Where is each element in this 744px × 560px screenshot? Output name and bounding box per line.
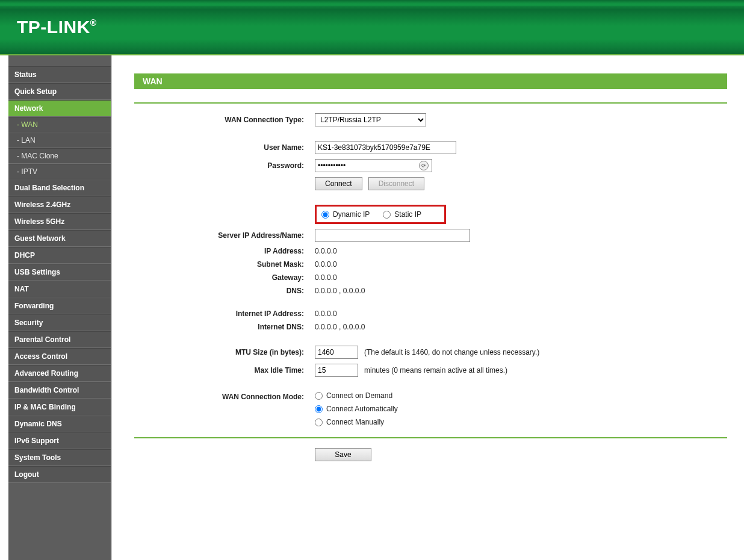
sidebar-item[interactable]: Parental Control <box>8 331 111 348</box>
reveal-password-icon[interactable]: ⟳ <box>419 161 429 170</box>
dns-value: 0.0.0.0 , 0.0.0.0 <box>315 287 365 295</box>
sidebar-item[interactable]: Wireless 5GHz <box>8 213 111 230</box>
content-area: WAN WAN Connection Type: L2TP/Russia L2T… <box>117 55 744 560</box>
sidebar-item[interactable]: Dual Band Selection <box>8 179 111 196</box>
static-ip-label: Static IP <box>394 210 421 219</box>
sidebar-subitem[interactable]: - MAC Clone <box>8 148 111 164</box>
sidebar-item[interactable]: DHCP <box>8 247 111 264</box>
sidebar-subitem[interactable]: - IPTV <box>8 164 111 179</box>
mode-auto-radio[interactable] <box>315 405 323 413</box>
mode-manual-radio[interactable] <box>315 418 323 426</box>
sidebar-item[interactable]: USB Settings <box>8 264 111 281</box>
mtu-note: (The default is 1460, do not change unle… <box>364 348 539 356</box>
label-server: Server IP Address/Name: <box>134 231 315 240</box>
page-title: WAN <box>134 73 727 89</box>
label-inet-ip: Internet IP Address: <box>134 310 315 318</box>
gateway-value: 0.0.0.0 <box>315 273 337 282</box>
divider <box>134 102 727 104</box>
sidebar-item[interactable]: Network <box>8 100 111 117</box>
label-idle: Max Idle Time: <box>134 366 315 375</box>
sidebar-item[interactable]: IPv6 Support <box>8 432 111 449</box>
brand-logo: TP-LINK® <box>17 17 97 37</box>
sidebar-item[interactable]: Bandwidth Control <box>8 382 111 399</box>
sidebar-item[interactable]: Quick Setup <box>8 83 111 100</box>
sidebar-item[interactable]: System Tools <box>8 449 111 466</box>
mask-value: 0.0.0.0 <box>315 260 337 269</box>
wan-conn-type-select[interactable]: L2TP/Russia L2TP <box>315 113 426 126</box>
sidebar-subitem[interactable]: - LAN <box>8 132 111 148</box>
mode-manual-label: Connect Manually <box>326 418 384 426</box>
dynamic-ip-radio[interactable] <box>321 211 329 219</box>
label-dns: DNS: <box>134 287 315 295</box>
inet-dns-value: 0.0.0.0 , 0.0.0.0 <box>315 323 365 331</box>
disconnect-button[interactable]: Disconnect <box>368 177 424 190</box>
mode-demand-radio[interactable] <box>315 392 323 400</box>
sidebar-item[interactable]: Status <box>8 66 111 83</box>
sidebar-item[interactable]: Advanced Routing <box>8 365 111 382</box>
label-mask: Subnet Mask: <box>134 260 315 269</box>
label-ip: IP Address: <box>134 247 315 255</box>
save-button[interactable]: Save <box>315 448 371 461</box>
sidebar-subitem[interactable]: - WAN <box>8 117 111 132</box>
sidebar-item[interactable]: Security <box>8 314 111 331</box>
sidebar-item[interactable]: Guest Network <box>8 230 111 247</box>
mtu-input[interactable] <box>315 346 358 359</box>
idle-note: minutes (0 means remain active at all ti… <box>364 366 507 375</box>
sidebar-item[interactable]: NAT <box>8 281 111 297</box>
label-password: Password: <box>134 161 315 170</box>
sidebar-item[interactable]: IP & MAC Binding <box>8 399 111 415</box>
idle-input[interactable] <box>315 364 358 377</box>
left-gutter <box>0 55 8 560</box>
password-input[interactable] <box>315 159 432 172</box>
sidebar: StatusQuick SetupNetwork- WAN- LAN- MAC … <box>8 55 111 560</box>
sidebar-item[interactable]: Access Control <box>8 348 111 365</box>
label-inet-dns: Internet DNS: <box>134 323 315 331</box>
mode-auto-label: Connect Automatically <box>326 405 398 413</box>
connect-button[interactable]: Connect <box>315 177 362 190</box>
sidebar-item[interactable]: Wireless 2.4GHz <box>8 196 111 213</box>
sidebar-item[interactable]: Logout <box>8 466 111 483</box>
sidebar-item[interactable]: Dynamic DNS <box>8 415 111 432</box>
label-user: User Name: <box>134 143 315 152</box>
divider <box>134 437 727 438</box>
header: TP-LINK® <box>0 0 744 55</box>
ip-mode-radio-group: Dynamic IP Static IP <box>315 205 446 224</box>
inet-ip-value: 0.0.0.0 <box>315 310 337 318</box>
static-ip-radio[interactable] <box>383 211 391 219</box>
username-input[interactable] <box>315 141 456 154</box>
mode-demand-label: Connect on Demand <box>326 391 392 400</box>
dynamic-ip-label: Dynamic IP <box>333 210 370 219</box>
ip-value: 0.0.0.0 <box>315 247 337 255</box>
label-conn-type: WAN Connection Type: <box>134 116 315 124</box>
label-mode: WAN Connection Mode: <box>134 391 315 401</box>
label-mtu: MTU Size (in bytes): <box>134 348 315 356</box>
label-gateway: Gateway: <box>134 273 315 282</box>
server-input[interactable] <box>315 229 470 242</box>
vertical-separator <box>111 55 117 560</box>
sidebar-item[interactable]: Forwarding <box>8 297 111 314</box>
